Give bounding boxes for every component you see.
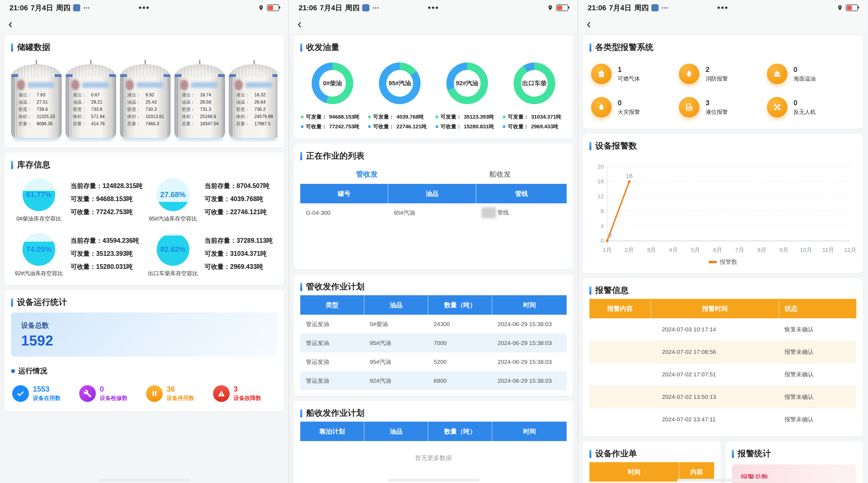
- gauge-label: 95#汽油库存空容比: [149, 215, 197, 222]
- plan-row[interactable]: 管运发油92#汽油68002024-06-29 15:38:03: [300, 371, 567, 390]
- bottom-cards-row: 设备作业单 时间 内容 2024-06-28 17:55:161 报警统计: [583, 441, 863, 483]
- status-date: 7月4日: [31, 3, 53, 13]
- legend-line: 可发量：31034.371吨: [503, 112, 561, 122]
- status-right: [150, 4, 279, 11]
- home-indicator: [388, 479, 479, 482]
- col-header-berth-plan: 靠泊计划: [300, 422, 364, 441]
- chart-legend: 报警数: [589, 256, 856, 268]
- work-order-row[interactable]: 2024-06-28 17:55:161: [589, 482, 714, 483]
- donut-chart-gas92: 92#汽油: [446, 62, 488, 104]
- ellipsis-icon: ⋯: [661, 4, 668, 12]
- tank-field-label: 油温：: [236, 99, 254, 106]
- cell-tank-no: G-04-300: [300, 203, 388, 222]
- redacted-oval: [126, 80, 134, 90]
- alarm-row[interactable]: 2024-07-02 17:08:56报警未确认: [589, 341, 856, 363]
- tank-card[interactable]: 液位：6.92 油温：25.43 密度：730.3 体积：10313.61 质量…: [120, 64, 170, 138]
- status-weekday: 周四: [634, 3, 649, 13]
- svg-text:1月: 1月: [603, 247, 612, 253]
- tank-card[interactable]: 液位：7.63 油温：27.51 密度：739.6 体积：11325.33 质量…: [11, 64, 62, 138]
- tank-field-value: 26.56: [200, 99, 222, 106]
- tank-field-value: 16.32: [254, 91, 276, 99]
- tank-body: 液位：16.74 油温：26.56 密度：731.3 体积：25169.6 质量…: [175, 77, 225, 138]
- stat-stopped: 36设备停用数: [146, 385, 210, 402]
- tank-field-value: 10313.61: [146, 113, 167, 120]
- alarm-type-grid: 1可燃气体 2消防报警 0海面溢油 0火灾报警: [589, 56, 856, 123]
- location-icon: [258, 4, 264, 11]
- plan-row[interactable]: 管运发油95#汽油52002024-06-29 15:38:03: [300, 353, 567, 371]
- ship-plan-card: 船收发作业计划 靠泊计划 油品 数量（吨） 时间 暂无更多数据: [293, 401, 573, 483]
- col-header-alarm-content: 报警内容: [589, 299, 651, 318]
- phone-screen-left: 21:06 7月4日 周四 ⋯ ••• ‹ 储罐数据: [0, 0, 289, 483]
- back-button[interactable]: ‹: [298, 17, 302, 30]
- tab-pipe[interactable]: 管收发: [300, 170, 434, 179]
- title-bar-accent: [589, 450, 591, 458]
- svg-text:0: 0: [608, 232, 612, 239]
- section-title-pipe-plan: 管收发作业计划: [300, 281, 567, 293]
- tank-body: 液位：6.92 油温：25.43 密度：730.3 体积：10313.61 质量…: [120, 77, 170, 138]
- tank-name-redacted: [17, 79, 58, 91]
- tank-field-value: 8096.35: [37, 120, 58, 127]
- section-title-inventory: 库存信息: [11, 159, 277, 171]
- section-title-alarm-types: 各类型报警系统: [589, 42, 856, 53]
- tank-field-label: 体积：: [182, 113, 200, 120]
- inventory-item: 61.77% 0#柴油库存空容比 当前存量：124828.315吨 可发量：94…: [11, 178, 144, 222]
- svg-text:4: 4: [600, 223, 604, 229]
- water-gauge: 92.62%: [157, 233, 189, 266]
- status-left: 21:06 7月4日 周四 ⋯: [299, 3, 428, 13]
- gas-detector-icon: [591, 64, 612, 84]
- home-indicator: [99, 479, 190, 482]
- alarm-row[interactable]: 2024-07-02 13:47:11报警未确认: [589, 408, 856, 431]
- app-badge-icon: [73, 4, 80, 11]
- alarm-row[interactable]: 2024-07-02 17:07:51报警未确认: [589, 363, 856, 386]
- tank-field-value: 27.51: [37, 99, 58, 106]
- col-header-oil: 油品: [364, 295, 428, 315]
- donut-chart-diesel0: 0#柴油: [312, 62, 353, 104]
- legend-line: 可收量：77242.753吨: [301, 122, 360, 131]
- equipment-total-label: 设备总数: [21, 321, 268, 330]
- legend-line: 可发量：94688.153吨: [301, 112, 360, 122]
- col-header-time: 时间: [589, 462, 679, 482]
- tank-field-value: 25169.6: [200, 113, 222, 120]
- tank-scroller[interactable]: 液位：7.63 油温：27.51 密度：739.6 体积：11325.33 质量…: [11, 56, 277, 142]
- svg-text:12月: 12月: [844, 247, 855, 253]
- tank-name-redacted: [71, 79, 113, 91]
- tank-name-redacted: [235, 79, 276, 91]
- tank-card[interactable]: 液位：16.32 油温：26.64 密度：736.2 体积：24579.88 质…: [229, 64, 277, 138]
- tab-ship[interactable]: 船收发: [434, 170, 567, 179]
- working-row[interactable]: G-04-300 95#汽油 管线: [300, 203, 567, 222]
- section-title-equipment: 设备运行统计: [11, 297, 277, 308]
- tank-field-label: 液位：: [18, 91, 37, 99]
- redacted-name: [191, 82, 218, 88]
- blue-dot-icon: [503, 125, 505, 128]
- gauge-percent: 92.62%: [160, 245, 186, 254]
- tank-field-label: 质量：: [73, 120, 91, 127]
- plan-row[interactable]: 管运发油95#汽油70002024-06-29 15:38:03: [300, 334, 567, 353]
- col-header-qty: 数量（吨）: [428, 422, 492, 441]
- section-title-alarm-stats: 报警统计: [732, 448, 857, 459]
- inventory-item: 74.05% 92#汽油库存空容比 当前存量：43594.236吨 可发量：35…: [11, 233, 144, 277]
- tank-body: 液位：16.32 油温：26.64 密度：736.2 体积：24579.88 质…: [229, 77, 277, 138]
- nav-bar: ‹: [0, 14, 288, 33]
- gauge-label: 0#柴油库存空容比: [17, 215, 61, 222]
- alarm-row[interactable]: 2024-07-03 10:17:14恢复未确认: [589, 318, 856, 341]
- drone-icon: [767, 97, 787, 118]
- tank-card[interactable]: 液位：16.74 油温：26.56 密度：731.3 体积：25169.6 质量…: [175, 64, 225, 138]
- tank-card[interactable]: 液位：0.67 油温：29.21 密度：733.8 体积：571.94 质量：4…: [66, 64, 116, 138]
- tank-field-label: 液位：: [127, 91, 146, 99]
- legend-line: 可发量：4039.768吨: [368, 112, 427, 122]
- tank-field-label: 体积：: [236, 113, 254, 120]
- donut-item: 出口车柴 可发量：31034.371吨 可收量：2969.433吨: [502, 62, 567, 131]
- tank-dome: [66, 64, 116, 77]
- alarm-type-fire-fighting: 2消防报警: [679, 64, 767, 84]
- plan-row[interactable]: 管运发油0#柴油243002024-06-29 15:38:03: [300, 315, 567, 334]
- back-button[interactable]: ‹: [587, 17, 591, 30]
- alarm-row[interactable]: 2024-07-02 13:50:13报警未确认: [589, 386, 856, 408]
- col-header-tank-no: 罐号: [300, 184, 388, 203]
- section-title-work-order: 设备作业单: [589, 448, 714, 459]
- title-bar-accent: [11, 161, 13, 169]
- device-alarm-chart-card: 设备报警数 0481216201月2月3月4月5月6月7月8月9月10月11月1…: [583, 133, 863, 273]
- legend-line: 可收量：2969.433吨: [503, 122, 561, 131]
- inventory-line: 当前存量：124828.315吨: [70, 179, 144, 192]
- tank-field-value: 16.74: [200, 91, 222, 99]
- back-button[interactable]: ‹: [8, 17, 12, 30]
